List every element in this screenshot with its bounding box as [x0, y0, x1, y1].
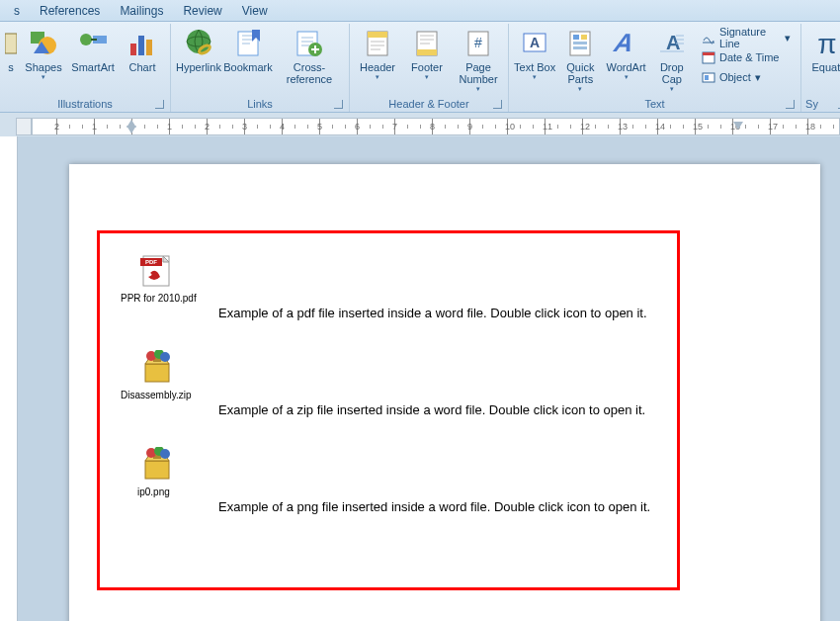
signature-icon	[702, 31, 715, 44]
svg-point-40	[160, 352, 170, 362]
group-label-links[interactable]: Links	[175, 97, 345, 112]
tab-mailings[interactable]: Mailings	[110, 1, 173, 21]
group-illustrations: s Shapes ▾ SmartArt Chart Illustrations	[0, 24, 171, 112]
svg-rect-6	[146, 40, 152, 55]
datetime-icon	[702, 50, 715, 64]
date-time-button[interactable]: Date & Time	[698, 48, 795, 66]
chevron-down-icon: ▾	[42, 73, 45, 81]
dropcap-icon: A	[656, 28, 688, 59]
group-symbols: π Equati Sy	[801, 24, 840, 112]
wordart-button[interactable]: A WordArt ▾	[604, 26, 647, 91]
header-icon	[362, 28, 393, 59]
object-button[interactable]: Object ▾	[698, 68, 795, 86]
quick-parts-button[interactable]: Quick Parts ▾	[558, 26, 602, 91]
ruler-indent-bottom[interactable]	[126, 126, 136, 135]
tab-review[interactable]: Review	[173, 1, 231, 21]
bookmark-button[interactable]: Bookmark	[224, 26, 272, 91]
svg-rect-14	[368, 32, 387, 38]
svg-text:A: A	[666, 32, 680, 53]
chevron-down-icon: ▾	[755, 71, 761, 84]
shapes-icon	[28, 28, 59, 59]
svg-rect-23	[581, 35, 587, 40]
chevron-down-icon: ▾	[476, 85, 480, 93]
globe-icon	[183, 28, 214, 59]
document-workspace[interactable]: PDF PPR for 2010.pdf Example of a pdf fi…	[0, 136, 840, 621]
svg-rect-31	[705, 75, 709, 80]
svg-rect-16	[417, 49, 437, 55]
tab-partial[interactable]: s	[4, 1, 30, 21]
document-page[interactable]: PDF PPR for 2010.pdf Example of a pdf fi…	[69, 164, 820, 621]
chevron-down-icon: ▾	[425, 73, 429, 81]
chart-icon	[126, 28, 158, 59]
smartart-icon	[77, 28, 109, 59]
footer-icon	[411, 28, 443, 59]
pagenum-icon: #	[462, 28, 494, 59]
group-header-footer: Header ▾ Footer ▾ # Page Number ▾ Header…	[350, 24, 509, 112]
group-label-symbols[interactable]: Sy	[805, 97, 840, 112]
svg-text:PDF: PDF	[145, 259, 157, 265]
footer-button[interactable]: Footer ▾	[403, 26, 451, 91]
svg-rect-25	[573, 46, 587, 49]
crossref-icon	[294, 28, 325, 59]
group-links: Hyperlink Bookmark Cross-reference Links	[171, 24, 350, 112]
group-label-illustrations[interactable]: Illustrations	[4, 97, 166, 112]
group-text: A Text Box ▾ Quick Parts ▾ A WordArt ▾ A…	[509, 24, 801, 112]
ribbon: s Shapes ▾ SmartArt Chart Illustrations …	[0, 22, 840, 113]
chevron-down-icon: ▾	[376, 73, 379, 81]
chevron-down-icon: ▾	[670, 85, 674, 93]
svg-rect-36	[145, 364, 169, 382]
cut-partial-button[interactable]: s	[4, 26, 18, 91]
embedded-description: Example of a pdf file inserted inside a …	[218, 306, 659, 320]
signature-line-button[interactable]: Signature Line ▾	[698, 29, 795, 46]
embedded-description: Example of a png file inserted inside a …	[218, 499, 659, 514]
tab-references[interactable]: References	[30, 1, 110, 21]
group-label-header-footer[interactable]: Header & Footer	[354, 97, 504, 112]
textbox-icon: A	[519, 28, 550, 59]
vertical-ruler[interactable]	[0, 136, 18, 621]
svg-rect-29	[703, 52, 714, 55]
group-label-text[interactable]: Text	[513, 97, 797, 112]
chevron-down-icon: ▾	[578, 85, 582, 93]
chevron-down-icon: ▾	[785, 32, 791, 44]
drop-cap-button[interactable]: A Drop Cap ▾	[650, 26, 694, 91]
chart-button[interactable]: Chart	[119, 26, 166, 91]
svg-point-3	[80, 34, 92, 45]
quickparts-icon	[564, 28, 596, 59]
ribbon-tabs: s References Mailings Review View	[0, 0, 840, 22]
header-button[interactable]: Header ▾	[354, 26, 401, 91]
svg-rect-22	[573, 35, 579, 40]
selection-box: PDF PPR for 2010.pdf Example of a pdf fi…	[97, 230, 680, 590]
svg-rect-41	[145, 461, 169, 479]
equation-button[interactable]: π Equati	[805, 26, 840, 91]
svg-rect-0	[5, 34, 17, 53]
cross-reference-button[interactable]: Cross-reference	[274, 26, 345, 91]
smartart-button[interactable]: SmartArt	[69, 26, 117, 91]
chevron-down-icon: ▾	[625, 73, 629, 81]
shapes-button[interactable]: Shapes ▾	[20, 26, 67, 91]
wordart-icon: A	[611, 28, 642, 59]
ruler-indent-right[interactable]	[733, 122, 743, 130]
svg-text:A: A	[530, 35, 540, 50]
tab-view[interactable]: View	[232, 1, 278, 21]
svg-text:A: A	[611, 28, 635, 57]
zip-file-icon[interactable]	[137, 348, 177, 388]
embedded-description: Example of a zip file inserted inside a …	[218, 402, 659, 417]
equation-icon: π	[811, 28, 840, 59]
pdf-file-icon[interactable]: PDF	[137, 251, 177, 291]
embedded-filename: Disassembly.zip	[121, 390, 659, 400]
page-number-button[interactable]: # Page Number ▾	[453, 26, 504, 91]
svg-text:π: π	[817, 29, 836, 59]
embedded-filename: ip0.png	[137, 487, 659, 497]
hyperlink-button[interactable]: Hyperlink	[175, 26, 222, 91]
embedded-filename: PPR for 2010.pdf	[121, 293, 659, 304]
svg-rect-4	[130, 44, 136, 55]
png-file-icon[interactable]	[137, 445, 177, 485]
chevron-down-icon: ▾	[533, 73, 537, 81]
ruler-row: 210123456789101112131415161718	[0, 113, 840, 136]
horizontal-ruler[interactable]: 210123456789101112131415161718	[32, 118, 840, 135]
ruler-corner[interactable]	[16, 118, 32, 135]
embedded-object: ip0.png Example of a png file inserted i…	[118, 445, 659, 514]
embedded-object: PDF PPR for 2010.pdf Example of a pdf fi…	[118, 251, 659, 320]
text-box-button[interactable]: A Text Box ▾	[513, 26, 556, 91]
embedded-object: Disassembly.zip Example of a zip file in…	[118, 348, 659, 417]
